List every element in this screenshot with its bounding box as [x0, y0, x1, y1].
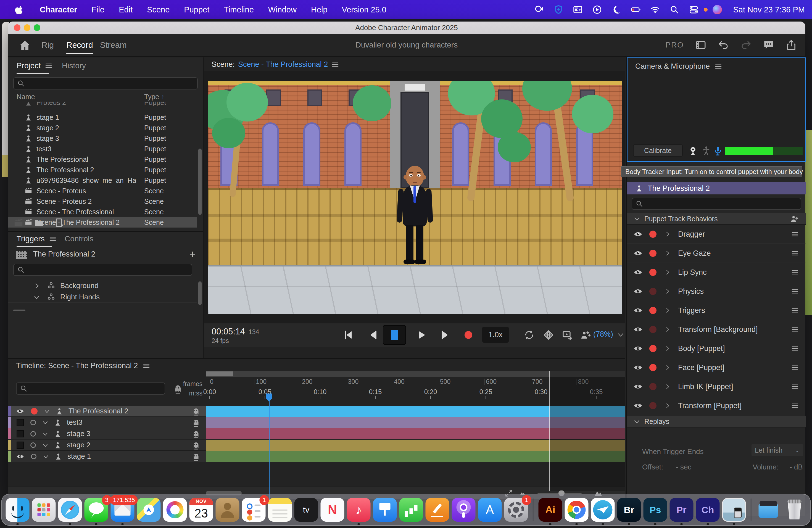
add-trigger-button[interactable]: +	[189, 248, 195, 260]
track-eye-empty-checkbox[interactable]	[17, 442, 24, 449]
play-circle-icon[interactable]	[592, 5, 602, 15]
dock-app-tv[interactable]: tv	[294, 498, 318, 522]
stream-output-icon[interactable]	[562, 329, 573, 340]
track-header-row[interactable]: stage 3	[11, 428, 206, 439]
timeline-search-input[interactable]	[16, 382, 165, 395]
project-row[interactable]: stage 1Puppet	[8, 112, 197, 122]
spotlight-search-icon[interactable]	[669, 5, 679, 15]
dock-app-settings[interactable]: 1	[504, 498, 528, 522]
dock-app-calendar[interactable]: NOV23	[189, 498, 213, 522]
scene-menu-icon[interactable]	[331, 60, 339, 69]
track-arm-dot[interactable]	[30, 442, 36, 448]
triggers-scrollbar[interactable]	[198, 281, 202, 305]
track-eye-icon[interactable]	[16, 407, 24, 415]
share-export-icon[interactable]	[785, 39, 797, 51]
microphone-toggle-icon[interactable]	[713, 146, 723, 156]
project-row[interactable]: stage 3Puppet	[8, 133, 197, 144]
menu-item-puppet[interactable]: Puppet	[184, 5, 209, 14]
chevron-right-icon[interactable]	[664, 383, 671, 390]
menu-item-timeline[interactable]: Timeline	[224, 5, 254, 14]
arm-for-record-dot[interactable]	[649, 288, 656, 295]
track-onion-skin-icon[interactable]	[191, 407, 201, 416]
dock-app-characteranimator[interactable]: Ch	[696, 498, 720, 522]
redo-icon[interactable]	[740, 39, 752, 51]
chevron-right-icon[interactable]	[664, 269, 671, 276]
battery-icon[interactable]	[631, 5, 641, 15]
stop-button[interactable]	[383, 325, 406, 345]
snapshot-icon[interactable]	[543, 329, 554, 340]
arm-for-record-dot[interactable]	[649, 383, 656, 390]
feedback-chat-icon[interactable]	[763, 39, 774, 51]
dock-app-contacts[interactable]	[216, 498, 240, 522]
behavior-menu-icon[interactable]	[791, 325, 799, 334]
playback-speed[interactable]: 1.0x	[482, 327, 509, 343]
timecode[interactable]: 00:05:14	[212, 327, 245, 337]
chevron-right-icon[interactable]	[664, 364, 671, 371]
track-arm-dot[interactable]	[31, 454, 37, 459]
siri-icon[interactable]	[713, 5, 722, 14]
project-row[interactable]: test3Puppet	[8, 144, 197, 154]
eye-visibility-icon[interactable]	[633, 230, 643, 239]
arm-for-record-dot[interactable]	[649, 231, 656, 238]
dock-app-keynote[interactable]	[373, 498, 397, 522]
menu-item-character[interactable]: Character	[40, 5, 77, 14]
tree-resize-handle[interactable]	[13, 310, 25, 311]
chevron-down-icon[interactable]	[44, 408, 50, 414]
dock-app-safari[interactable]	[58, 498, 82, 522]
dock-app-news[interactable]: N	[321, 498, 344, 522]
play-button[interactable]	[416, 329, 427, 340]
workspace-layout-icon[interactable]	[695, 39, 707, 51]
chevron-right-icon[interactable]	[664, 326, 671, 333]
selected-puppet-row[interactable]: The Professional 2	[627, 182, 806, 194]
chevron-down-icon[interactable]	[42, 430, 48, 437]
playhead[interactable]	[266, 394, 272, 402]
dock-app-numbers[interactable]	[400, 498, 423, 522]
project-row[interactable]: Scene - Proteus 2Scene	[8, 196, 197, 207]
behavior-row[interactable]: Face [Puppet]	[627, 358, 806, 377]
arm-for-record-dot[interactable]	[649, 269, 656, 276]
meet-camera-icon[interactable]	[534, 5, 544, 15]
loop-icon[interactable]	[524, 329, 535, 340]
eye-visibility-icon[interactable]	[633, 287, 643, 296]
shield-icon[interactable]	[553, 5, 563, 15]
menu-item-window[interactable]: Window	[268, 5, 296, 14]
when-trigger-ends-dropdown[interactable]: Let finish⌄	[752, 444, 803, 456]
chevron-right-icon[interactable]	[664, 345, 671, 352]
scene-link[interactable]: Scene - The Professional 2	[238, 60, 328, 69]
dock-app-ai[interactable]: Ai	[539, 498, 562, 522]
wifi-icon[interactable]	[650, 5, 660, 15]
chevron-right-icon[interactable]	[664, 288, 671, 295]
arm-for-record-dot[interactable]	[649, 307, 656, 314]
chevron-down-icon[interactable]	[33, 294, 40, 301]
timeline-menu-icon[interactable]	[142, 362, 150, 370]
scene-viewer[interactable]	[204, 71, 625, 323]
webcam-toggle-icon[interactable]	[688, 146, 698, 156]
eye-visibility-icon[interactable]	[633, 401, 643, 410]
track-eye-empty-checkbox[interactable]	[17, 419, 24, 426]
trigger-tree-item[interactable]: Background	[8, 280, 197, 291]
menu-item-file[interactable]: File	[91, 5, 104, 14]
tab-history[interactable]: History	[62, 61, 86, 70]
arm-for-record-dot[interactable]	[649, 345, 656, 352]
track-eye-empty-checkbox[interactable]	[17, 430, 24, 437]
eye-visibility-icon[interactable]	[633, 344, 643, 353]
arm-for-record-dot[interactable]	[649, 364, 656, 371]
track-header-row[interactable]: test3	[11, 417, 206, 428]
volume-value[interactable]: - dB	[789, 463, 803, 471]
menu-item-edit[interactable]: Edit	[119, 5, 133, 14]
chevron-down-icon[interactable]	[43, 453, 49, 460]
puppet-character[interactable]	[391, 166, 438, 276]
work-area-end-line[interactable]	[549, 371, 550, 491]
playhead-handle[interactable]	[266, 394, 272, 402]
dock-app-notes[interactable]	[268, 498, 292, 522]
behavior-row[interactable]: Transform [Background]	[627, 320, 806, 339]
behavior-menu-icon[interactable]	[791, 287, 799, 295]
skip-to-start-button[interactable]	[343, 329, 353, 340]
keyboard-window-icon[interactable]	[573, 5, 583, 15]
replays-section-header[interactable]: Replays	[627, 416, 806, 427]
project-search-input[interactable]	[13, 77, 198, 89]
project-row[interactable]: Scene - ProteusScene	[8, 186, 197, 196]
chevron-right-icon[interactable]	[664, 307, 671, 314]
eye-visibility-icon[interactable]	[633, 382, 643, 391]
behavior-row[interactable]: Triggers	[627, 301, 806, 320]
